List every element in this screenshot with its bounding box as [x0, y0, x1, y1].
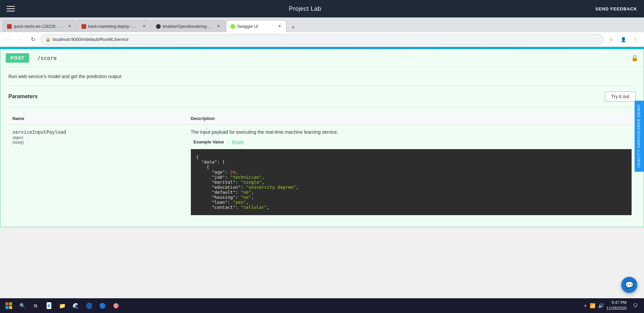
svg-rect-0: [5, 302, 8, 305]
param-type: object: [12, 135, 183, 140]
tab-3-close[interactable]: ✕: [216, 24, 221, 29]
tab-1[interactable]: quick-starts-ws-128228 - Micros... ✕: [3, 20, 76, 32]
model-tab[interactable]: Model: [229, 138, 246, 146]
forward-button[interactable]: →: [16, 35, 25, 44]
menu-button[interactable]: [7, 6, 15, 11]
address-bar[interactable]: 🔒 localhost:9000/#/default/RunMLService: [40, 34, 604, 45]
table-row: serviceInputPayload object (body) The in…: [8, 125, 636, 220]
try-it-out-button[interactable]: Try it out: [605, 91, 636, 102]
col-desc: Description: [187, 113, 636, 125]
search-taskbar-button[interactable]: 🔍: [16, 300, 28, 312]
chrome-button[interactable]: 🔵: [97, 300, 109, 312]
network-icon: 📶: [590, 303, 595, 308]
taskbar: 🔍 ⧉ e 📁 🌊 🌀 🔵 🎯 ∧ 📶 🔊 5:47 PM 11/28/2020…: [0, 298, 644, 313]
app4-button[interactable]: 🌀: [83, 300, 95, 312]
new-tab-button[interactable]: +: [288, 23, 298, 32]
param-desc-cell: The input payload for executing the real…: [187, 125, 636, 220]
param-name: serviceInputPayload: [12, 129, 183, 135]
feedback-button[interactable]: SEND FEEDBACK: [595, 6, 637, 11]
svg-rect-2: [5, 306, 8, 309]
param-description: The input payload for executing the real…: [191, 129, 632, 135]
tab-3-favicon: [156, 24, 161, 29]
section-divider: [8, 86, 636, 86]
post-lock-icon: 🔒: [631, 54, 638, 62]
tab-4-favicon: [230, 24, 235, 29]
udacity-panel-label: UDACITY NANODEGREE DEMO: [637, 105, 641, 168]
post-description: Run web service's model and get the pred…: [8, 74, 636, 79]
app-title: Project Lab: [289, 5, 321, 12]
parameters-title: Parameters: [8, 93, 38, 100]
menu-dots-button[interactable]: ⋮: [631, 35, 640, 44]
url-text: localhost:9000/#/default/RunMLService: [53, 37, 599, 42]
tab-1-label: quick-starts-ws-128228 - Micros...: [14, 24, 65, 29]
app3-button[interactable]: 🌊: [70, 300, 82, 312]
svg-rect-3: [9, 306, 12, 309]
ie-button[interactable]: e: [43, 300, 55, 312]
section-divider-2: [8, 107, 636, 107]
tab-2[interactable]: bank-marketing-deploy - Micros... ✕: [77, 20, 151, 32]
tab-4-label: Swagger UI: [237, 24, 275, 29]
udacity-panel[interactable]: UDACITY NANODEGREE DEMO: [635, 101, 644, 172]
lock-icon: 🔒: [45, 37, 51, 42]
tab-2-close[interactable]: ✕: [141, 24, 147, 29]
tab-4[interactable]: Swagger UI ✕: [226, 20, 286, 32]
profile-button[interactable]: 👤: [619, 35, 628, 44]
post-section-body: Run web service's model and get the pred…: [0, 67, 644, 227]
date-display: 11/28/2020: [606, 306, 627, 311]
param-location: (body): [12, 140, 183, 145]
post-section-header[interactable]: POST /score 🔒: [0, 49, 644, 67]
bookmark-button[interactable]: ☆: [606, 35, 616, 44]
post-score-section: POST /score 🔒 Run web service's model an…: [0, 49, 644, 227]
tab-2-label: bank-marketing-deploy - Micros...: [88, 24, 139, 29]
tab-2-favicon: [82, 24, 86, 29]
start-button[interactable]: [3, 300, 15, 312]
chat-icon: 💬: [625, 281, 634, 289]
code-block: { "data": [ { "age": 24, "job": "technic…: [191, 149, 632, 215]
url-bar: ← → ↻ 🔒 localhost:9000/#/default/RunMLSe…: [0, 32, 644, 47]
col-name: Name: [8, 113, 187, 125]
explorer-button[interactable]: 📁: [56, 300, 68, 312]
param-name-cell: serviceInputPayload object (body): [8, 125, 187, 220]
reload-button[interactable]: ↻: [28, 35, 38, 44]
volume-icon: 🔊: [598, 303, 604, 308]
tray-icons: ∧: [584, 303, 587, 308]
system-tray: ∧ 📶 🔊 5:47 PM 11/28/2020 🗨: [584, 300, 641, 312]
title-bar: Project Lab SEND FEEDBACK: [0, 0, 644, 17]
app5-button[interactable]: 🎯: [110, 300, 122, 312]
svg-rect-1: [9, 302, 12, 305]
tab-1-close[interactable]: ✕: [67, 24, 72, 29]
tab-3-label: khalidw/Operationalizing-Machi...: [163, 24, 214, 29]
taskbar-time: 5:47 PM 11/28/2020: [606, 300, 627, 311]
tab-1-favicon: [7, 24, 12, 29]
chat-bubble[interactable]: 💬: [621, 277, 637, 293]
example-value-tab[interactable]: Example Value: [191, 138, 227, 146]
tab-4-close[interactable]: ✕: [277, 24, 282, 29]
post-path: /score: [37, 55, 57, 61]
post-badge: POST: [6, 53, 29, 63]
example-tabs: Example Value | Model: [191, 138, 247, 146]
notification-button[interactable]: 🗨: [629, 300, 641, 312]
parameters-table: Name Description serviceInputPayload obj…: [8, 113, 636, 220]
tab-3[interactable]: khalidw/Operationalizing-Machi... ✕: [152, 20, 225, 32]
task-view-button[interactable]: ⧉: [30, 300, 42, 312]
time-display: 5:47 PM: [606, 300, 627, 306]
tab-bar: quick-starts-ws-128228 - Micros... ✕ ban…: [0, 17, 644, 32]
parameters-header: Parameters Try it out: [8, 91, 636, 102]
back-button[interactable]: ←: [4, 35, 13, 44]
